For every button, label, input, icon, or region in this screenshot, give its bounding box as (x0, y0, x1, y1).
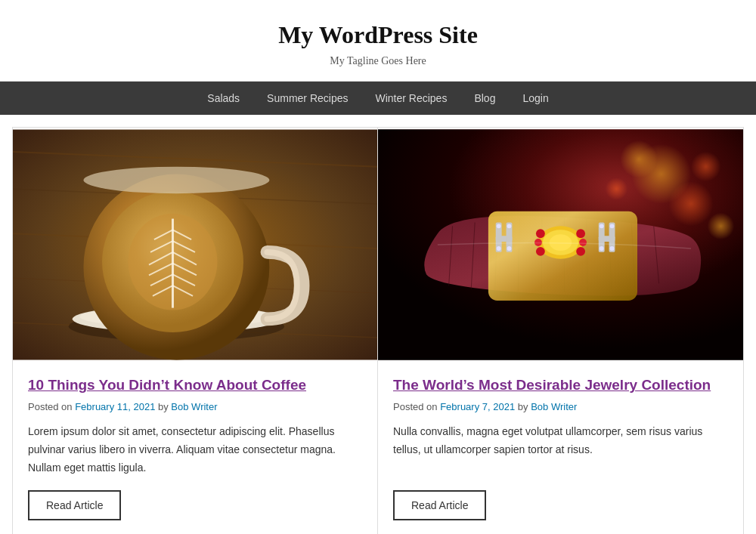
nav-item: Login (509, 82, 562, 115)
site-header: My WordPress Site My Tagline Goes Here (0, 0, 756, 82)
read-article-button[interactable]: Read Article (393, 490, 486, 520)
nav-item: Winter Recipes (361, 82, 460, 115)
site-tagline: My Tagline Goes Here (15, 55, 741, 67)
article-date-link[interactable]: February 11, 2021 (75, 401, 155, 412)
svg-point-60 (579, 239, 587, 246)
svg-point-51 (507, 246, 512, 251)
article-meta: Posted on February 11, 2021 by Bob Write… (28, 401, 362, 412)
svg-point-31 (708, 213, 734, 239)
svg-point-50 (497, 246, 501, 251)
svg-point-28 (668, 181, 713, 226)
nav-item: Blog (460, 82, 509, 115)
article-title: 10 Things You Didn’t Know About Coffee (28, 377, 362, 394)
article-card: 10 Things You Didn’t Know About CoffeePo… (13, 128, 378, 534)
coffee-image (13, 128, 377, 362)
article-title: The World’s Most Desirable Jewelry Colle… (393, 377, 728, 394)
article-author-link[interactable]: Bob Writer (531, 401, 577, 412)
svg-point-67 (610, 246, 615, 251)
nav-link[interactable]: Summer Recipes (253, 82, 361, 115)
svg-point-64 (600, 224, 604, 228)
svg-point-55 (536, 229, 545, 238)
svg-point-30 (691, 152, 720, 181)
articles-grid: 10 Things You Didn’t Know About CoffeePo… (12, 127, 744, 534)
article-date-link[interactable]: February 7, 2021 (440, 401, 515, 412)
nav-link[interactable]: Login (509, 82, 562, 115)
article-excerpt: Lorem ipsum dolor sit amet, consectetur … (28, 423, 362, 477)
svg-point-29 (620, 140, 657, 177)
read-article-button[interactable]: Read Article (28, 490, 121, 520)
article-excerpt: Nulla convallis, magna eget volutpat ull… (393, 423, 728, 477)
article-image (13, 128, 377, 362)
article-card: The World’s Most Desirable Jewelry Colle… (378, 128, 743, 534)
nav-link[interactable]: Salads (194, 82, 253, 115)
svg-point-56 (536, 247, 545, 256)
svg-point-25 (83, 167, 269, 193)
article-body: The World’s Most Desirable Jewelry Colle… (378, 362, 743, 534)
nav-item: Summer Recipes (253, 82, 361, 115)
site-nav: SaladsSummer RecipesWinter RecipesBlogLo… (0, 82, 756, 115)
nav-item: Salads (194, 82, 253, 115)
svg-point-57 (576, 229, 585, 238)
article-author-link[interactable]: Bob Writer (171, 401, 217, 412)
svg-point-48 (497, 224, 501, 228)
svg-point-32 (606, 177, 628, 200)
main-content: 10 Things You Didn’t Know About CoffeePo… (0, 115, 756, 534)
jewelry-image (378, 128, 743, 362)
article-title-link[interactable]: The World’s Most Desirable Jewelry Colle… (393, 377, 711, 393)
article-body: 10 Things You Didn’t Know About CoffeePo… (13, 362, 377, 534)
nav-link[interactable]: Winter Recipes (361, 82, 460, 115)
article-meta: Posted on February 7, 2021 by Bob Writer (393, 401, 728, 412)
svg-point-65 (610, 224, 615, 228)
article-title-link[interactable]: 10 Things You Didn’t Know About Coffee (28, 377, 306, 393)
svg-point-49 (507, 224, 512, 228)
svg-point-66 (600, 246, 604, 251)
nav-link[interactable]: Blog (460, 82, 509, 115)
site-title: My WordPress Site (15, 21, 741, 49)
article-image (378, 128, 743, 362)
svg-point-58 (576, 247, 585, 256)
